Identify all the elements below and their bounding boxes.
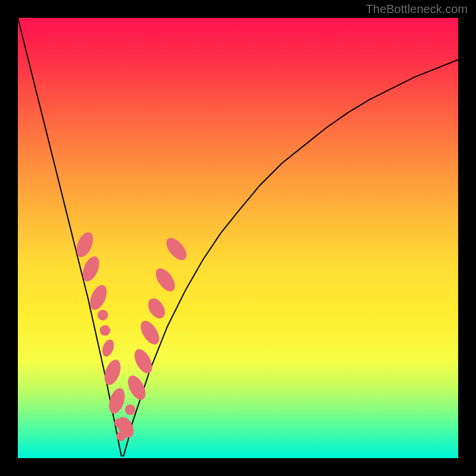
gradient-background [18, 18, 458, 458]
watermark-text: TheBottleneck.com [366, 2, 468, 16]
chart-frame: TheBottleneck.com [0, 0, 476, 476]
